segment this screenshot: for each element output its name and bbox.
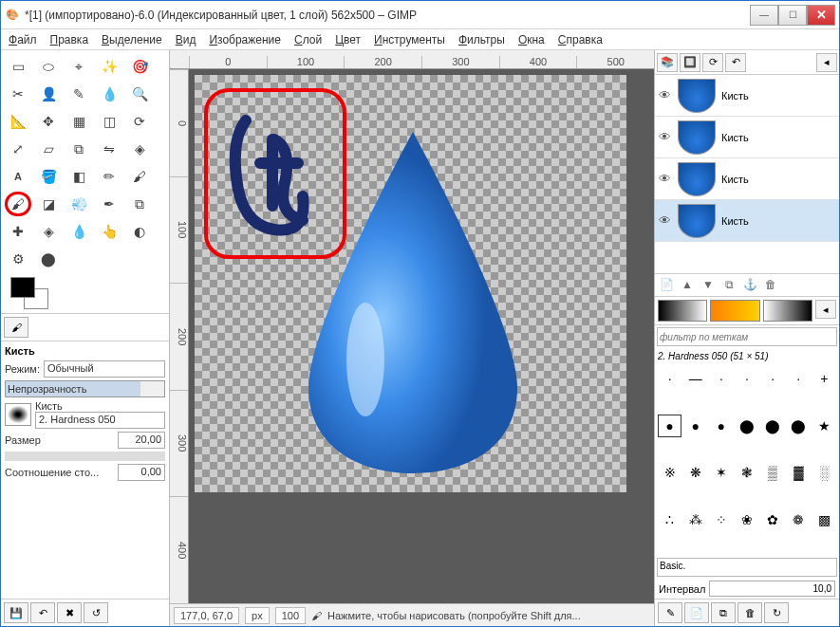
gradient-preview-3[interactable] (763, 300, 812, 322)
opacity-slider[interactable]: Непрозрачность (5, 380, 165, 397)
panel-menu[interactable]: ◂ (816, 53, 837, 72)
brush-item[interactable]: ▩ (812, 508, 836, 531)
zoom-input[interactable]: 100 (275, 607, 306, 624)
dup-layer-button[interactable]: ⧉ (719, 276, 738, 293)
paths-tab[interactable]: ⟳ (702, 53, 723, 72)
brush-name[interactable]: 2. Hardness 050 (35, 412, 165, 429)
delete-brush-button[interactable]: 🗑 (737, 602, 762, 623)
rect-select-tool[interactable]: ▭ (5, 54, 31, 79)
brush-item[interactable]: ● (709, 415, 733, 437)
paintbrush-tool[interactable]: 🖌 (5, 192, 31, 216)
heal-tool[interactable]: ✚ (5, 219, 31, 244)
interval-input[interactable] (709, 581, 835, 597)
menu-image[interactable]: Изображение (209, 33, 281, 46)
crop-tool[interactable]: ◫ (96, 109, 122, 134)
blur-tool[interactable]: 💧 (65, 219, 92, 244)
color-select-tool[interactable]: 🎯 (126, 54, 153, 79)
brush-item[interactable]: ❃ (735, 461, 758, 484)
brush-item[interactable]: ✶ (709, 461, 733, 484)
gradient-menu[interactable]: ◂ (815, 300, 836, 319)
clone-tool[interactable]: ⧉ (126, 192, 153, 216)
eye-icon[interactable]: 👁 (657, 88, 672, 102)
paths-tool[interactable]: ✎ (65, 82, 92, 106)
scale-tool[interactable]: ⤢ (5, 137, 31, 161)
gradient-preview-2[interactable] (710, 300, 759, 322)
reset-button[interactable]: ↺ (84, 602, 108, 623)
unit-select[interactable]: px (245, 607, 270, 624)
delete-layer-button[interactable]: 🗑 (761, 276, 780, 293)
size-input[interactable]: 20,00 (118, 432, 165, 449)
close-button[interactable]: ✕ (807, 5, 835, 26)
brush-item[interactable]: ✿ (761, 508, 785, 531)
menu-select[interactable]: Выделение (102, 33, 162, 46)
measure-tool[interactable]: 📐 (5, 109, 31, 134)
layer-item[interactable]: 👁Кисть (655, 158, 839, 200)
canvas[interactable] (195, 75, 626, 492)
brush-item[interactable]: ░ (812, 461, 836, 484)
rotate-tool[interactable]: ⟳ (126, 109, 153, 134)
ratio-input[interactable]: 0,00 (118, 464, 165, 481)
eye-icon[interactable]: 👁 (657, 213, 672, 228)
menu-windows[interactable]: Окна (518, 33, 545, 46)
brush-item[interactable]: · (658, 367, 681, 390)
perspective-tool[interactable]: ⧉ (65, 137, 92, 161)
brush-item[interactable]: ※ (658, 461, 681, 484)
zoom-tool[interactable]: 🔍 (126, 82, 153, 106)
pencil-tool[interactable]: ✏ (96, 164, 122, 189)
bucket-tool[interactable]: 🪣 (35, 164, 62, 189)
move-tool[interactable]: ✥ (35, 109, 62, 134)
brush-item[interactable]: ⬤ (761, 415, 785, 437)
brush-item[interactable]: ❀ (735, 508, 758, 531)
brush-filter-input[interactable] (657, 327, 837, 346)
brush-preview[interactable] (5, 403, 31, 426)
menu-color[interactable]: Цвет (335, 33, 361, 46)
lasso-tool[interactable]: ⌖ (65, 54, 92, 79)
flip-tool[interactable]: ⇋ (96, 137, 122, 161)
layer-item[interactable]: 👁Кисть (655, 117, 839, 158)
brush-item[interactable]: · (761, 367, 785, 390)
brush-item[interactable]: ❁ (787, 508, 811, 531)
undo-tab[interactable]: ↶ (725, 53, 746, 72)
cage-tool[interactable]: ◈ (126, 137, 153, 161)
brush-item[interactable]: ● (658, 415, 681, 437)
brush-item[interactable]: ▒ (761, 461, 785, 484)
layers-tab[interactable]: 📚 (657, 53, 678, 72)
channels-tab[interactable]: 🔲 (680, 53, 700, 72)
extra-tool-1[interactable]: ⚙ (5, 247, 31, 271)
brush-item[interactable]: · (787, 367, 811, 390)
brush-item[interactable]: + (812, 367, 836, 390)
menu-edit[interactable]: Правка (50, 33, 89, 46)
brush-item[interactable]: · (735, 367, 758, 390)
anchor-button[interactable]: ⚓ (740, 276, 759, 293)
shear-tool[interactable]: ▱ (35, 137, 62, 161)
eraser-tool[interactable]: ◪ (35, 192, 62, 216)
lower-layer-button[interactable]: ▼ (699, 276, 718, 293)
new-layer-button[interactable]: 📄 (657, 276, 676, 293)
gradient-preview-1[interactable] (658, 300, 707, 322)
new-brush-button[interactable]: 📄 (684, 602, 709, 623)
gradient-tool[interactable]: ◧ (65, 164, 92, 189)
brush-item[interactable]: ∴ (658, 508, 681, 531)
brush-item[interactable]: — (683, 367, 707, 390)
eye-icon[interactable]: 👁 (657, 172, 672, 186)
menu-layer[interactable]: Слой (294, 33, 322, 46)
raise-layer-button[interactable]: ▲ (678, 276, 697, 293)
eye-icon[interactable]: 👁 (657, 130, 672, 144)
menu-filters[interactable]: Фильтры (458, 33, 505, 46)
brush-tool-alt[interactable]: 🖌 (126, 164, 153, 189)
viewport[interactable] (189, 69, 654, 603)
brush-item[interactable]: ⬤ (735, 415, 758, 437)
align-tool[interactable]: ▦ (65, 109, 92, 134)
menu-tools[interactable]: Инструменты (374, 33, 445, 46)
perspective-clone-tool[interactable]: ◈ (35, 219, 62, 244)
brush-item[interactable]: ★ (812, 415, 836, 437)
delete-preset-button[interactable]: ✖ (57, 602, 82, 623)
scissors-tool[interactable]: ✂ (5, 82, 31, 106)
ink-tool[interactable]: ✒ (96, 192, 122, 216)
brush-item[interactable]: ⬤ (787, 415, 811, 437)
preset-select[interactable]: Basic. (657, 558, 837, 577)
menu-view[interactable]: Вид (176, 33, 196, 46)
refresh-brush-button[interactable]: ↻ (764, 602, 789, 623)
wand-tool[interactable]: ✨ (96, 54, 122, 79)
smudge-tool[interactable]: 👆 (96, 219, 122, 244)
